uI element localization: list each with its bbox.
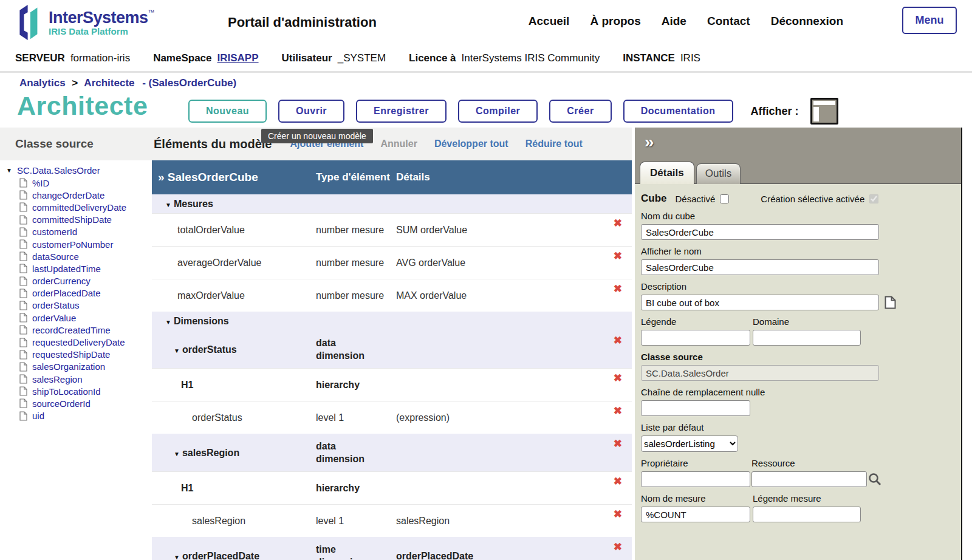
table-row[interactable]: ▼H1 hierarchy ✖: [152, 471, 632, 504]
delete-icon[interactable]: ✖: [614, 283, 622, 295]
top-nav: AccueilÀ proposAideContactDéconnexion: [529, 15, 843, 28]
null-replacement-input[interactable]: [641, 400, 750, 416]
tree-item[interactable]: orderValue: [6, 312, 152, 324]
tree-item[interactable]: orderCurrency: [6, 275, 152, 287]
action-button[interactable]: Créer: [549, 100, 611, 123]
instance-infobar: SERVEUR formation-iris NameSpace IRISAPP…: [0, 46, 972, 73]
layout-view-icon[interactable]: [810, 98, 838, 125]
tree-item[interactable]: requestedDeliveryDate: [6, 336, 152, 348]
tree-item[interactable]: salesRegion: [6, 373, 152, 385]
table-row[interactable]: ▼orderPlacedDate time dimension orderPla…: [152, 537, 632, 560]
delete-icon[interactable]: ✖: [614, 438, 622, 449]
owner-input[interactable]: [641, 471, 750, 487]
document-icon: [19, 362, 27, 372]
tree-item[interactable]: uid: [6, 410, 152, 422]
table-row[interactable]: ▼salesRegion data dimension ✖: [152, 434, 632, 471]
tree-item[interactable]: lastUpdatedTime: [6, 262, 152, 275]
breadcrumb-architecte[interactable]: Architecte: [84, 77, 134, 89]
action-button[interactable]: Documentation: [623, 100, 733, 123]
collapse-triangle-icon[interactable]: ▼: [174, 554, 180, 560]
info-value: formation-iris: [70, 52, 130, 64]
delete-icon[interactable]: ✖: [614, 405, 622, 417]
collapse-triangle-icon[interactable]: ▼: [6, 167, 12, 174]
nav-link[interactable]: Déconnexion: [771, 15, 843, 28]
collapse-triangle-icon[interactable]: ▼: [174, 451, 180, 457]
tree-item[interactable]: dataSource: [6, 250, 152, 262]
breadcrumb: Analytics > Architecte - (SalesOrderCube…: [19, 77, 236, 89]
action-button[interactable]: Ouvrir: [278, 100, 344, 123]
note-icon[interactable]: [885, 296, 896, 309]
delete-icon[interactable]: ✖: [614, 508, 622, 520]
info-item: INSTANCE IRIS: [623, 52, 700, 64]
info-label: Licence à: [409, 52, 456, 64]
collapse-panel-icon[interactable]: »: [645, 132, 654, 152]
details-tab[interactable]: Détails: [640, 162, 694, 184]
legend-input[interactable]: [641, 330, 750, 346]
tree-item[interactable]: requestedShipDate: [6, 349, 152, 361]
delete-icon[interactable]: ✖: [614, 335, 622, 346]
default-listing-label: Liste par défaut: [641, 422, 955, 432]
details-tab[interactable]: Outils: [696, 163, 741, 184]
tree-item[interactable]: sourceOrderId: [6, 397, 152, 409]
tree-item[interactable]: customerPoNumber: [6, 238, 152, 250]
tree-item[interactable]: customerId: [6, 226, 152, 238]
table-row[interactable]: ▼orderStatus data dimension ✖: [152, 330, 632, 368]
delete-icon[interactable]: ✖: [614, 250, 622, 262]
table-row[interactable]: ▼Mesures ✖: [152, 194, 632, 213]
delete-icon[interactable]: ✖: [614, 217, 622, 229]
collapse-triangle-icon[interactable]: ▼: [165, 202, 171, 208]
measure-caption-input[interactable]: [753, 507, 861, 522]
nav-link[interactable]: Accueil: [529, 15, 570, 28]
collapse-triangle-icon[interactable]: ▼: [174, 347, 180, 354]
domain-input[interactable]: [753, 330, 861, 346]
tree-item[interactable]: changeOrderDate: [6, 189, 152, 201]
breadcrumb-analytics[interactable]: Analytics: [19, 77, 66, 89]
nav-link[interactable]: À propos: [590, 15, 640, 28]
model-action-link[interactable]: Développer tout: [434, 138, 508, 149]
tree-item[interactable]: committedDeliveryDate: [6, 201, 152, 213]
row-type: number mesure: [316, 258, 396, 268]
model-action-link[interactable]: Réduire tout: [525, 138, 583, 149]
tree-item[interactable]: shipToLocationId: [6, 385, 152, 397]
search-icon[interactable]: [868, 473, 881, 486]
nav-link[interactable]: Contact: [707, 15, 750, 28]
table-row[interactable]: ▼orderStatus level 1 (expression) ✖: [152, 401, 632, 434]
tree-item-label: salesRegion: [32, 374, 83, 384]
table-row[interactable]: ▼H1 hierarchy ✖: [152, 368, 632, 401]
table-row[interactable]: ▼totalOrderValue number mesure SUM order…: [152, 213, 632, 246]
default-listing-select[interactable]: salesOrderListing: [641, 435, 738, 452]
action-button[interactable]: Nouveau: [188, 100, 267, 123]
delete-icon[interactable]: ✖: [614, 372, 622, 384]
description-input[interactable]: [641, 295, 879, 310]
measure-name-input[interactable]: [641, 507, 750, 522]
tree-item[interactable]: recordCreatedTime: [6, 324, 152, 336]
model-action-link[interactable]: Annuler: [380, 138, 417, 149]
action-button[interactable]: Compiler: [458, 100, 538, 123]
tree-item-label: customerId: [32, 227, 77, 237]
cube-name-input[interactable]: [641, 224, 879, 240]
tree-item[interactable]: salesOrganization: [6, 361, 152, 373]
tree-item[interactable]: orderPlacedDate: [6, 287, 152, 299]
delete-icon[interactable]: ✖: [614, 541, 622, 553]
resource-input[interactable]: [751, 471, 867, 487]
cube-disabled-checkbox[interactable]: [720, 194, 729, 203]
action-button[interactable]: Enregistrer: [356, 100, 447, 123]
display-name-input[interactable]: [641, 259, 879, 275]
tree-item[interactable]: orderStatus: [6, 299, 152, 312]
nav-link[interactable]: Aide: [662, 15, 686, 28]
measure-name-label: Nom de mesure: [641, 493, 750, 504]
table-row[interactable]: ▼maxOrderValue number mesure MAX orderVa…: [152, 279, 632, 312]
details-panel: » DétailsOutils Cube Désactivé Création …: [635, 128, 962, 560]
tree-item[interactable]: committedShipDate: [6, 214, 152, 226]
menu-button[interactable]: Menu: [902, 7, 957, 34]
column-cube-name[interactable]: » SalesOrderCube: [152, 171, 316, 184]
tree-root[interactable]: ▼ SC.Data.SalesOrder: [6, 164, 152, 177]
table-row[interactable]: ▼averageOrderValue number mesure AVG ord…: [152, 246, 632, 279]
delete-icon[interactable]: ✖: [614, 476, 622, 487]
table-row[interactable]: ▼Dimensions ✖: [152, 312, 632, 330]
collapse-triangle-icon[interactable]: ▼: [165, 319, 171, 326]
table-row[interactable]: ▼salesRegion level 1 salesRegion ✖: [152, 504, 632, 537]
tree-item[interactable]: %ID: [6, 177, 152, 189]
row-name: ▼salesRegion: [152, 516, 316, 527]
document-icon: [19, 398, 27, 408]
